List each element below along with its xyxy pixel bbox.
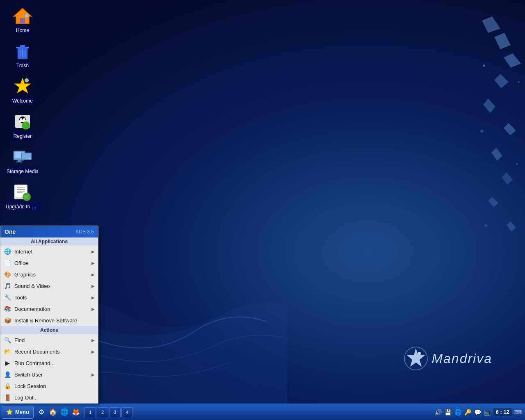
internet-label: Internet xyxy=(14,249,88,255)
system-tray: 🔊 💾 🌐 🔑 💬 📺 6 : 12 ⌨ xyxy=(434,408,522,416)
menu-item-sound-video[interactable]: 🎵 Sound & Video ▶ xyxy=(0,280,98,292)
install-remove-icon: 📦 xyxy=(4,317,11,324)
storage-media-icon xyxy=(13,147,32,167)
welcome-icon-label: Welcome xyxy=(11,98,34,104)
sound-video-label: Sound & Video xyxy=(14,283,88,289)
desktop-icons-container: Home Trash xyxy=(0,0,45,220)
office-label: Office xyxy=(14,260,88,266)
desktop-icon-welcome[interactable]: Welcome xyxy=(4,75,41,106)
tray-network-icon[interactable]: 🌐 xyxy=(454,408,462,416)
svg-marker-6 xyxy=(491,148,502,161)
menu-item-office[interactable]: 📄 Office ▶ xyxy=(0,257,98,269)
tools-label: Tools xyxy=(14,294,88,301)
tray-key-icon[interactable]: 🔑 xyxy=(464,408,472,416)
desktop-icon-home[interactable]: Home xyxy=(4,4,41,35)
menu-item-graphics[interactable]: 🎨 Graphics ▶ xyxy=(0,269,98,280)
log-out-label: Log Out... xyxy=(14,395,95,401)
quicklaunch-home-icon[interactable]: 🏠 xyxy=(48,407,58,418)
app-menu: One KDE 3.5 All Applications 🌐 Internet … xyxy=(0,226,98,404)
tray-display-icon[interactable]: 📺 xyxy=(484,408,492,416)
switch-user-label: Switch User xyxy=(14,372,88,378)
svg-point-16 xyxy=(418,352,421,355)
sound-video-arrow: ▶ xyxy=(91,284,95,288)
mandriva-text: Mandriva xyxy=(431,351,492,366)
svg-text:🛒: 🛒 xyxy=(24,194,30,200)
tray-storage-icon[interactable]: 💾 xyxy=(444,408,452,416)
mandriva-logo: Mandriva xyxy=(404,346,492,371)
switch-user-arrow: ▶ xyxy=(91,372,95,377)
quicklaunch-browser2-icon[interactable]: 🦊 xyxy=(71,407,81,418)
log-out-icon: 🚪 xyxy=(4,394,11,401)
menu-item-tools[interactable]: 🔧 Tools ▶ xyxy=(0,292,98,303)
svg-text:↑: ↑ xyxy=(25,123,27,128)
tray-keyboard-icon[interactable]: ⌨ xyxy=(514,408,522,416)
find-icon: 🔍 xyxy=(4,336,11,344)
desktop-icon-trash[interactable]: Trash xyxy=(4,39,41,71)
desktop-pager: 1 2 3 4 xyxy=(84,407,133,417)
pager-2[interactable]: 2 xyxy=(97,407,108,417)
menu-button[interactable]: ⭐ Menu xyxy=(2,406,34,419)
desktop: Mandriva Home xyxy=(0,0,525,420)
documentation-icon: 📚 xyxy=(4,305,11,313)
quicklaunch-bar: ⚙ 🏠 🌐 🦊 xyxy=(36,407,81,418)
menu-item-lock-session[interactable]: 🔒 Lock Session xyxy=(0,380,98,392)
trash-icon xyxy=(13,41,32,61)
graphics-label: Graphics xyxy=(14,272,88,278)
svg-marker-8 xyxy=(488,197,498,207)
pager-1[interactable]: 1 xyxy=(84,407,96,417)
pager-3[interactable]: 3 xyxy=(109,407,121,417)
actions-header: Actions xyxy=(0,326,98,334)
pager-4[interactable]: 4 xyxy=(121,407,133,417)
welcome-icon xyxy=(13,76,32,96)
menu-item-find[interactable]: 🔍 Find ▶ xyxy=(0,334,98,346)
svg-rect-19 xyxy=(20,18,25,24)
run-command-icon: ▶ xyxy=(4,359,11,367)
svg-marker-3 xyxy=(494,74,509,88)
svg-marker-0 xyxy=(494,33,511,49)
upgrade-icon: 🛒 xyxy=(13,182,32,202)
menu-header: One KDE 3.5 xyxy=(0,226,98,237)
menu-item-documentation[interactable]: 📚 Documentation ▶ xyxy=(0,303,98,315)
quicklaunch-browser1-icon[interactable]: 🌐 xyxy=(59,407,70,418)
documentation-label: Documentation xyxy=(14,306,88,312)
taskbar: ⭐ Menu ⚙ 🏠 🌐 🦊 1 2 3 4 🔊 💾 🌐 🔑 💬 📺 6 : 1… xyxy=(0,404,525,420)
crystal-decorations xyxy=(402,0,525,287)
recent-docs-arrow: ▶ xyxy=(91,349,95,354)
upgrade-icon-label: Upgrade to Powe... xyxy=(5,203,41,210)
install-remove-label: Install & Remove Software xyxy=(14,317,95,324)
quicklaunch-kde-icon[interactable]: ⚙ xyxy=(36,407,47,418)
menu-item-recent-docs[interactable]: 📂 Recent Documents ▶ xyxy=(0,346,98,357)
svg-marker-9 xyxy=(507,221,516,231)
desktop-icon-register[interactable]: ↑ Register xyxy=(4,110,41,141)
svg-marker-7 xyxy=(502,172,513,185)
svg-point-10 xyxy=(483,64,485,67)
desktop-icon-storage[interactable]: Storage Media xyxy=(4,145,41,176)
graphics-icon: 🎨 xyxy=(4,271,11,278)
menu-button-star: ⭐ xyxy=(6,409,13,415)
recent-docs-label: Recent Documents xyxy=(14,349,88,355)
svg-rect-43 xyxy=(20,160,23,161)
desktop-icon-upgrade[interactable]: 🛒 Upgrade to Powe... xyxy=(4,180,41,212)
graphics-arrow: ▶ xyxy=(91,272,95,277)
office-icon: 📄 xyxy=(4,259,11,267)
home-icon xyxy=(13,6,32,25)
svg-point-13 xyxy=(516,163,518,165)
svg-marker-4 xyxy=(483,98,495,113)
menu-item-internet[interactable]: 🌐 Internet ▶ xyxy=(0,246,98,257)
internet-arrow: ▶ xyxy=(91,249,95,254)
svg-rect-42 xyxy=(22,153,31,159)
menu-item-switch-user[interactable]: 👤 Switch User ▶ xyxy=(0,369,98,380)
tray-chat-icon[interactable]: 💬 xyxy=(474,408,482,416)
find-label: Find xyxy=(14,337,88,343)
storage-media-icon-label: Storage Media xyxy=(5,168,40,175)
documentation-arrow: ▶ xyxy=(91,307,95,311)
svg-point-11 xyxy=(518,81,520,83)
svg-point-12 xyxy=(480,130,484,133)
menu-item-install-remove[interactable]: 📦 Install & Remove Software xyxy=(0,315,98,326)
tools-arrow: ▶ xyxy=(91,295,95,300)
register-icon: ↑ xyxy=(13,112,32,131)
tray-volume-icon[interactable]: 🔊 xyxy=(434,408,443,416)
menu-item-run-command[interactable]: ▶ Run Command... xyxy=(0,357,98,369)
svg-rect-40 xyxy=(16,162,23,162)
menu-item-log-out[interactable]: 🚪 Log Out... xyxy=(0,392,98,403)
